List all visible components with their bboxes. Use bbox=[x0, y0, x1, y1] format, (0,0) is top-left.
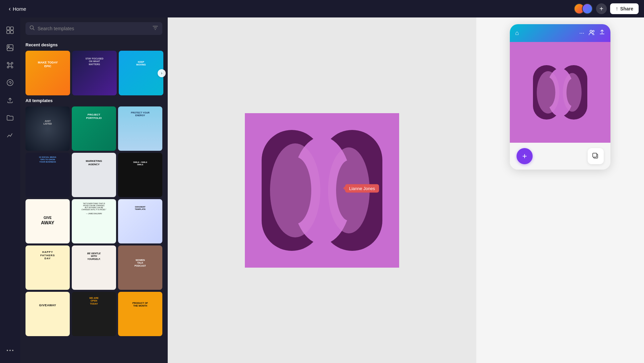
phone-header-icons: ··· bbox=[579, 29, 605, 37]
recent-section: Recent designs MAKE TODAYEPIC Stay focus… bbox=[20, 40, 168, 95]
recent-thumb-3[interactable]: keepmoving bbox=[119, 51, 163, 95]
templates-grid: justlisted projectportfolio protect your… bbox=[20, 106, 168, 336]
svg-point-5 bbox=[8, 46, 9, 47]
svg-point-23 bbox=[590, 30, 592, 32]
sidebar-item-folders[interactable] bbox=[3, 110, 17, 125]
phone-body bbox=[510, 42, 610, 143]
svg-rect-2 bbox=[7, 31, 10, 34]
all-templates-title: All templates bbox=[20, 95, 168, 106]
phone-actions: + bbox=[510, 143, 610, 170]
template-item-11[interactable]: BE GENTLEWITHYOURSELF. bbox=[72, 245, 116, 290]
template-item-5[interactable]: MARKETINGAGENCY bbox=[72, 153, 116, 197]
svg-point-10 bbox=[11, 66, 13, 68]
phone-design-logo bbox=[530, 62, 590, 123]
sidebar-item-more[interactable] bbox=[3, 343, 17, 358]
sidebar-item-uploads[interactable] bbox=[3, 93, 17, 107]
template-item-8[interactable]: "Not everything that isfaced can be chan… bbox=[72, 199, 116, 243]
share-label: Share bbox=[620, 6, 633, 11]
template-item-3[interactable]: protect yourenergy bbox=[118, 106, 162, 151]
home-label: Home bbox=[13, 6, 26, 12]
topbar: ‹ Home + ↑ Share bbox=[0, 0, 644, 17]
search-input-wrap[interactable] bbox=[25, 22, 162, 35]
template-item-10[interactable]: HAPPYFATHERSDAY bbox=[25, 245, 70, 290]
svg-point-24 bbox=[593, 31, 594, 32]
sidebar-item-photos[interactable] bbox=[3, 40, 17, 55]
share-icon: ↑ bbox=[615, 6, 618, 12]
svg-point-30 bbox=[537, 71, 559, 114]
recent-thumb-2[interactable]: Stay focusedon whatmatters bbox=[72, 51, 117, 95]
template-item-1[interactable]: justlisted bbox=[25, 106, 70, 151]
search-icon bbox=[30, 25, 35, 32]
avatar-group bbox=[574, 3, 593, 14]
svg-point-7 bbox=[7, 62, 9, 64]
svg-rect-0 bbox=[7, 27, 10, 30]
template-panel: Recent designs MAKE TODAYEPIC Stay focus… bbox=[20, 17, 168, 363]
svg-point-12 bbox=[7, 350, 8, 351]
svg-rect-33 bbox=[593, 153, 597, 157]
avatar-2 bbox=[582, 3, 593, 14]
template-item-13[interactable]: GIVEAWAY bbox=[25, 292, 70, 336]
sidebar-item-brand[interactable] bbox=[3, 75, 17, 90]
sidebar-item-templates[interactable] bbox=[3, 23, 17, 38]
user-tooltip: Lianne Jones bbox=[345, 184, 379, 192]
svg-rect-1 bbox=[10, 27, 13, 30]
svg-rect-4 bbox=[7, 45, 13, 51]
icon-sidebar bbox=[0, 17, 20, 363]
svg-point-31 bbox=[563, 73, 582, 111]
template-item-14[interactable]: WE AREOPENTODAY bbox=[72, 292, 116, 336]
share-button[interactable]: ↑ Share bbox=[610, 3, 639, 14]
template-item-4[interactable]: 10 social mediatips to growyour business bbox=[25, 153, 70, 197]
phone-fab-button[interactable]: + bbox=[517, 148, 533, 164]
all-templates-section: All templates justlisted projectportfoli… bbox=[20, 95, 168, 336]
svg-point-13 bbox=[9, 350, 11, 351]
svg-point-6 bbox=[9, 64, 11, 66]
svg-rect-3 bbox=[10, 31, 13, 34]
phone-preview-image bbox=[510, 42, 610, 143]
search-bar bbox=[20, 17, 168, 40]
recent-thumb-1[interactable]: MAKE TODAYEPIC bbox=[25, 51, 70, 95]
search-input[interactable] bbox=[38, 26, 150, 31]
home-button[interactable]: ‹ Home bbox=[5, 3, 30, 14]
topbar-left: ‹ Home bbox=[5, 3, 30, 14]
phone-duplicate-button[interactable] bbox=[588, 148, 604, 164]
sidebar-item-elements[interactable] bbox=[3, 58, 17, 73]
svg-point-14 bbox=[12, 350, 13, 351]
recent-row-container: MAKE TODAYEPIC Stay focusedon whatmatter… bbox=[20, 51, 168, 95]
template-item-7[interactable]: GIVEAWAY bbox=[25, 199, 70, 243]
recent-scroll-arrow[interactable]: › bbox=[158, 69, 166, 77]
preview-panel: ⌂ ··· bbox=[476, 17, 644, 363]
template-item-12[interactable]: WOMENTALKPODCAST bbox=[118, 245, 162, 290]
phone-header: ⌂ ··· bbox=[510, 24, 610, 42]
template-item-9[interactable]: gradienttemplate bbox=[118, 199, 162, 243]
topbar-right: + ↑ Share bbox=[574, 3, 639, 14]
recent-designs-row: MAKE TODAYEPIC Stay focusedon whatmatter… bbox=[20, 51, 168, 95]
filter-icon[interactable] bbox=[152, 25, 158, 32]
back-icon: ‹ bbox=[9, 5, 11, 12]
canvas-design[interactable]: Lianne Jones bbox=[245, 113, 399, 268]
svg-point-9 bbox=[7, 66, 9, 68]
template-item-6[interactable]: SMILE • SMILESMILE bbox=[118, 153, 162, 197]
svg-point-21 bbox=[270, 143, 320, 237]
template-item-15[interactable]: PRODUCT OFTHE MONTH bbox=[118, 292, 162, 336]
phone-mockup: ⌂ ··· bbox=[510, 24, 610, 170]
phone-home-icon[interactable]: ⌂ bbox=[515, 30, 519, 37]
phone-more-icon[interactable]: ··· bbox=[579, 30, 584, 37]
add-people-button[interactable]: + bbox=[596, 3, 607, 14]
canvas-area: Lianne Jones bbox=[168, 17, 476, 363]
template-item-2[interactable]: projectportfolio bbox=[72, 106, 116, 151]
recent-section-title: Recent designs bbox=[20, 40, 168, 51]
cursor-tooltip-group: Lianne Jones bbox=[366, 184, 372, 193]
sidebar-item-stats[interactable] bbox=[3, 128, 17, 142]
phone-users-icon[interactable] bbox=[588, 29, 595, 37]
phone-share-icon[interactable] bbox=[599, 29, 605, 37]
svg-point-11 bbox=[7, 80, 13, 86]
svg-point-8 bbox=[11, 62, 13, 64]
